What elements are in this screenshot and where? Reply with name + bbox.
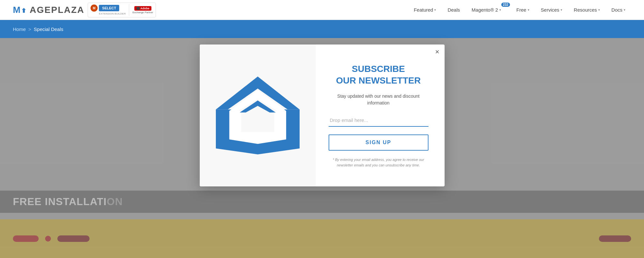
nav-services[interactable]: Services ▾ bbox=[535, 0, 568, 20]
modal-close-button[interactable]: × bbox=[435, 48, 439, 55]
svg-rect-5 bbox=[229, 111, 241, 132]
logo-icon: M bbox=[13, 5, 30, 15]
chevron-down-icon: ▾ bbox=[561, 8, 562, 12]
site-header: M AGEPLAZA M SELECT EXTENSION BUILDER ⬛ … bbox=[0, 0, 644, 20]
modal-illustration bbox=[200, 45, 316, 186]
breadcrumb-separator: > bbox=[28, 26, 31, 32]
chevron-down-icon: ▾ bbox=[598, 8, 600, 12]
nav-featured[interactable]: Featured ▾ bbox=[408, 0, 442, 20]
logo-area: M AGEPLAZA M SELECT EXTENSION BUILDER ⬛ … bbox=[13, 3, 156, 17]
modal-title: SUBSCRIBE OUR NEWSLETTER bbox=[329, 63, 428, 87]
page-background: × bbox=[0, 38, 644, 258]
nav-resources[interactable]: Resources ▾ bbox=[568, 0, 606, 20]
breadcrumb: Home > Special Deals bbox=[13, 26, 63, 32]
nav-deals[interactable]: Deals bbox=[442, 0, 466, 20]
logo-name: AGEPLAZA bbox=[30, 5, 84, 15]
nav-magento2[interactable]: Magento® 2 ▾ 232 bbox=[466, 0, 511, 20]
select-badge: SELECT bbox=[99, 5, 119, 11]
modal-overlay: × bbox=[0, 38, 644, 258]
chevron-down-icon: ▾ bbox=[499, 8, 501, 12]
nav-free[interactable]: Free ▾ bbox=[511, 0, 535, 20]
magento-badge: 232 bbox=[501, 3, 510, 7]
chevron-down-icon: ▾ bbox=[528, 8, 529, 12]
breadcrumb-home[interactable]: Home bbox=[13, 26, 26, 32]
modal-form: SUBSCRIBE OUR NEWSLETTER Stay updated wi… bbox=[316, 45, 445, 186]
signup-button[interactable]: SIGN UP bbox=[329, 134, 428, 151]
newsletter-modal: × bbox=[200, 45, 445, 186]
logo-text: M AGEPLAZA bbox=[13, 5, 84, 15]
breadcrumb-current: Special Deals bbox=[34, 26, 63, 32]
logo-badges: M SELECT EXTENSION BUILDER ⬛ Adobe Excha… bbox=[88, 3, 156, 17]
email-input[interactable] bbox=[329, 114, 428, 127]
breadcrumb-bar: Home > Special Deals bbox=[0, 20, 644, 38]
modal-subtitle: Stay updated with our news and discount … bbox=[329, 93, 428, 106]
modal-disclaimer: * By entering your email address, you ag… bbox=[329, 157, 428, 168]
nav-docs[interactable]: Docs ▾ bbox=[606, 0, 631, 20]
chevron-down-icon: ▾ bbox=[434, 8, 436, 12]
svg-rect-6 bbox=[274, 111, 286, 132]
adobe-badge: ⬛ Adobe bbox=[134, 6, 151, 11]
mageplaza-logo-icon bbox=[213, 74, 303, 157]
main-nav: Featured ▾ Deals Magento® 2 ▾ 232 Free ▾… bbox=[408, 0, 631, 20]
chevron-down-icon: ▾ bbox=[624, 8, 625, 12]
